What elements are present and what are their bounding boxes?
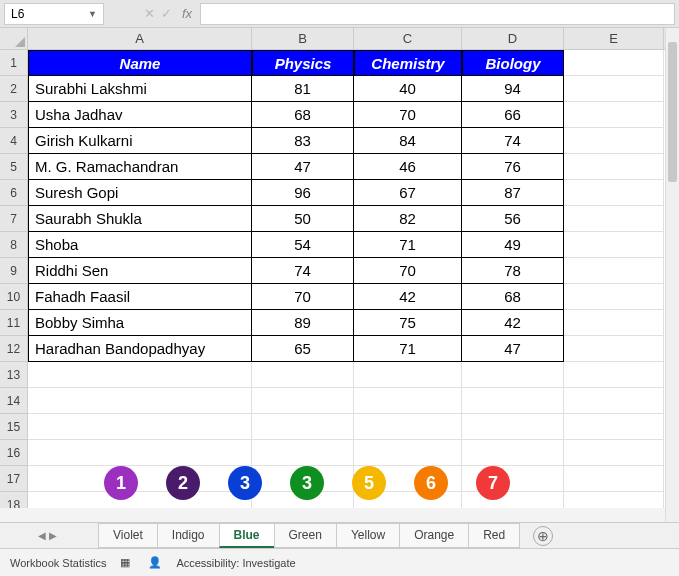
- header-cell[interactable]: Name: [28, 50, 252, 76]
- row-header[interactable]: 12: [0, 336, 27, 362]
- row-header[interactable]: 13: [0, 362, 27, 388]
- row-header[interactable]: 1: [0, 50, 27, 76]
- sheet-tab-yellow[interactable]: Yellow: [336, 523, 400, 548]
- data-cell[interactable]: [564, 102, 664, 128]
- row-header[interactable]: 2: [0, 76, 27, 102]
- data-cell[interactable]: 83: [252, 128, 354, 154]
- accessibility-status[interactable]: Accessibility: Investigate: [176, 557, 295, 569]
- data-cell[interactable]: 68: [252, 102, 354, 128]
- data-cell[interactable]: 82: [354, 206, 462, 232]
- header-cell[interactable]: Chemistry: [354, 50, 462, 76]
- data-cell[interactable]: 56: [462, 206, 564, 232]
- row-header[interactable]: 4: [0, 128, 27, 154]
- col-header-A[interactable]: A: [28, 28, 252, 49]
- col-header-B[interactable]: B: [252, 28, 354, 49]
- empty-cell[interactable]: [564, 362, 664, 388]
- empty-cell[interactable]: [564, 414, 664, 440]
- data-cell[interactable]: 50: [252, 206, 354, 232]
- empty-cell[interactable]: [462, 388, 564, 414]
- data-cell[interactable]: 71: [354, 336, 462, 362]
- data-cell[interactable]: Saurabh Shukla: [28, 206, 252, 232]
- sheet-tab-orange[interactable]: Orange: [399, 523, 469, 548]
- fx-icon[interactable]: fx: [182, 6, 192, 21]
- data-cell[interactable]: 75: [354, 310, 462, 336]
- sheet-tab-violet[interactable]: Violet: [98, 523, 158, 548]
- data-cell[interactable]: 96: [252, 180, 354, 206]
- data-cell[interactable]: Usha Jadhav: [28, 102, 252, 128]
- row-header[interactable]: 18: [0, 492, 27, 508]
- empty-cell[interactable]: [252, 388, 354, 414]
- scroll-thumb[interactable]: [668, 42, 677, 182]
- empty-cell[interactable]: [354, 414, 462, 440]
- data-cell[interactable]: 74: [252, 258, 354, 284]
- row-header[interactable]: 8: [0, 232, 27, 258]
- empty-cell[interactable]: [462, 362, 564, 388]
- data-cell[interactable]: 67: [354, 180, 462, 206]
- new-sheet-button[interactable]: ⊕: [533, 526, 553, 546]
- empty-cell[interactable]: [28, 388, 252, 414]
- sheet-tab-indigo[interactable]: Indigo: [157, 523, 220, 548]
- empty-cell[interactable]: [462, 492, 564, 508]
- tab-nav[interactable]: ◀ ▶: [38, 530, 98, 541]
- data-cell[interactable]: 76: [462, 154, 564, 180]
- data-cell[interactable]: [564, 284, 664, 310]
- data-cell[interactable]: 70: [354, 258, 462, 284]
- empty-cell[interactable]: [252, 362, 354, 388]
- row-header[interactable]: 6: [0, 180, 27, 206]
- data-cell[interactable]: 87: [462, 180, 564, 206]
- row-header[interactable]: 16: [0, 440, 27, 466]
- row-header[interactable]: 7: [0, 206, 27, 232]
- vertical-scrollbar[interactable]: [665, 28, 679, 522]
- row-header[interactable]: 15: [0, 414, 27, 440]
- data-cell[interactable]: 42: [462, 310, 564, 336]
- data-cell[interactable]: Riddhi Sen: [28, 258, 252, 284]
- data-cell[interactable]: 46: [354, 154, 462, 180]
- empty-cell[interactable]: [28, 466, 252, 492]
- data-cell[interactable]: Bobby Simha: [28, 310, 252, 336]
- data-cell[interactable]: [564, 310, 664, 336]
- data-cell[interactable]: [564, 206, 664, 232]
- data-cell[interactable]: 54: [252, 232, 354, 258]
- data-cell[interactable]: 65: [252, 336, 354, 362]
- data-cell[interactable]: 74: [462, 128, 564, 154]
- data-cell[interactable]: 81: [252, 76, 354, 102]
- empty-cell[interactable]: [564, 440, 664, 466]
- empty-cell[interactable]: [564, 466, 664, 492]
- data-cell[interactable]: 68: [462, 284, 564, 310]
- name-box[interactable]: L6 ▼: [4, 3, 104, 25]
- row-header[interactable]: 14: [0, 388, 27, 414]
- row-header[interactable]: 5: [0, 154, 27, 180]
- data-cell[interactable]: 66: [462, 102, 564, 128]
- row-header[interactable]: 3: [0, 102, 27, 128]
- empty-cell[interactable]: [28, 492, 252, 508]
- empty-cell[interactable]: [462, 414, 564, 440]
- empty-cell[interactable]: [28, 362, 252, 388]
- sheet-tab-red[interactable]: Red: [468, 523, 520, 548]
- empty-cell[interactable]: [462, 440, 564, 466]
- data-cell[interactable]: 70: [252, 284, 354, 310]
- col-header-E[interactable]: E: [564, 28, 664, 49]
- empty-cell[interactable]: [252, 414, 354, 440]
- chevron-down-icon[interactable]: ▼: [88, 9, 97, 19]
- col-header-C[interactable]: C: [354, 28, 462, 49]
- header-cell[interactable]: Physics: [252, 50, 354, 76]
- row-header[interactable]: 11: [0, 310, 27, 336]
- data-cell[interactable]: Surabhi Lakshmi: [28, 76, 252, 102]
- data-cell[interactable]: Girish Kulkarni: [28, 128, 252, 154]
- empty-cell[interactable]: [252, 440, 354, 466]
- data-cell[interactable]: [564, 336, 664, 362]
- data-cell[interactable]: 71: [354, 232, 462, 258]
- empty-cell[interactable]: [564, 492, 664, 508]
- data-cell[interactable]: 49: [462, 232, 564, 258]
- row-header[interactable]: 17: [0, 466, 27, 492]
- data-cell[interactable]: 89: [252, 310, 354, 336]
- data-cell[interactable]: [564, 154, 664, 180]
- data-cell[interactable]: 47: [462, 336, 564, 362]
- data-cell[interactable]: Suresh Gopi: [28, 180, 252, 206]
- data-cell[interactable]: [564, 128, 664, 154]
- empty-cell[interactable]: [354, 362, 462, 388]
- data-cell[interactable]: 84: [354, 128, 462, 154]
- data-cell[interactable]: M. G. Ramachandran: [28, 154, 252, 180]
- data-cell[interactable]: 47: [252, 154, 354, 180]
- data-cell[interactable]: 94: [462, 76, 564, 102]
